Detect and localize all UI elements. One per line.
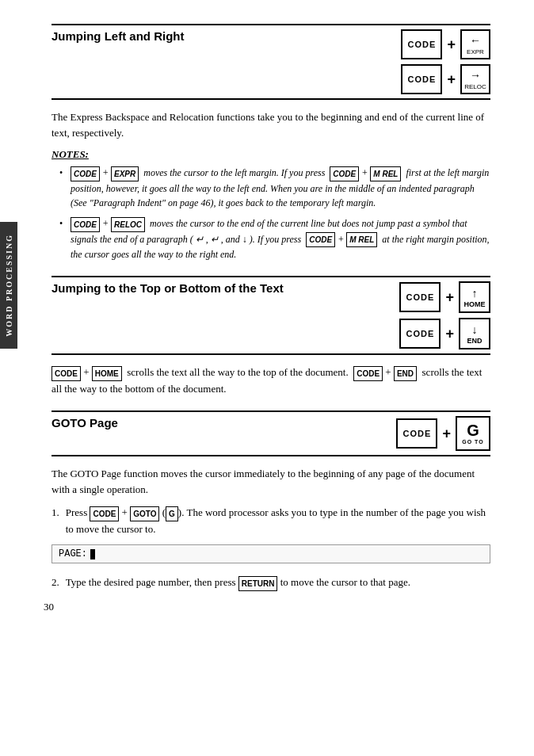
section3-key-diagram: CODE + G GO TO: [396, 416, 490, 451]
page-number: 30: [44, 601, 54, 613]
page-input-demo: PAGE:: [51, 544, 490, 563]
g-inline: G: [166, 506, 178, 521]
section3-header: GOTO Page CODE + G GO TO: [51, 410, 490, 456]
section1-body: The Express Backspace and Relocation fun…: [51, 109, 490, 140]
right-arrow-icon: →: [470, 69, 481, 82]
code-key-3: CODE: [399, 282, 441, 312]
down-arrow-icon: ↓: [472, 323, 478, 336]
code-inline-5: CODE: [51, 366, 81, 381]
goto-steps-2: 2. Type the desired page number, then pr…: [51, 575, 490, 591]
code-key-1: CODE: [401, 29, 442, 59]
home-key: ↑ HOME: [459, 281, 490, 313]
section-jumping-left-right: Jumping Left and Right CODE + ← EXPR COD…: [51, 24, 490, 262]
up-arrow-icon: ↑: [472, 287, 478, 300]
section2-key-row2: CODE + ↓ END: [399, 318, 490, 349]
plus-3: +: [445, 289, 454, 306]
code-inline-6: CODE: [353, 366, 383, 381]
section1-key-diagram: CODE + ← EXPR CODE + → RELOC: [401, 29, 490, 94]
section1-key-row1: CODE + ← EXPR: [401, 29, 490, 59]
section1-header: Jumping Left and Right CODE + ← EXPR COD…: [51, 24, 490, 100]
reloc-inline: RELOC: [111, 217, 145, 232]
plus-1: +: [447, 36, 456, 53]
step2-num: 2.: [51, 575, 59, 591]
section-jumping-top-bottom: Jumping to the Top or Bottom of the Text…: [51, 276, 490, 396]
code-key-5: CODE: [396, 418, 437, 449]
g-key: G GO TO: [456, 416, 490, 451]
note-item-1: CODE + EXPR moves the cursor to the left…: [59, 166, 490, 210]
input-cursor-icon: [90, 549, 95, 559]
code-inline-3: CODE: [71, 217, 100, 232]
code-key-4: CODE: [399, 319, 441, 349]
step1-num: 1.: [51, 505, 59, 536]
mrel-inline-1: M REL: [370, 166, 401, 181]
section3-body: The GOTO Page function moves the cursor …: [51, 466, 490, 497]
section2-header: Jumping to the Top or Bottom of the Text…: [51, 276, 490, 355]
step2-text: Type the desired page number, then press…: [66, 575, 410, 591]
end-label: END: [467, 337, 482, 345]
goto-inline: GOTO: [130, 506, 159, 521]
left-arrow-icon: ←: [470, 34, 481, 47]
section2-key-diagram: CODE + ↑ HOME CODE + ↓ END: [399, 281, 490, 349]
expr-key: ← EXPR: [460, 29, 490, 59]
expr-inline: EXPR: [111, 166, 139, 181]
goto-steps: 1. Press CODE + GOTO (G). The word proce…: [51, 505, 490, 536]
section3-key-row: CODE + G GO TO: [396, 416, 490, 451]
code-inline-7: CODE: [90, 506, 119, 521]
code-inline-2: CODE: [330, 166, 359, 181]
goto-label: GO TO: [462, 439, 483, 445]
return-inline: RETURN: [238, 576, 278, 591]
reloc-key: → RELOC: [460, 64, 490, 94]
section2-key-row1: CODE + ↑ HOME: [399, 281, 490, 313]
code-key-2: CODE: [401, 64, 442, 94]
code-inline-1: CODE: [71, 166, 100, 181]
plus-4: +: [445, 326, 454, 342]
plus-2: +: [447, 71, 456, 88]
home-inline: HOME: [92, 366, 122, 381]
step-1: 1. Press CODE + GOTO (G). The word proce…: [51, 505, 490, 536]
end-key: ↓ END: [459, 318, 490, 349]
plus-5: +: [442, 426, 451, 442]
step1-text: Press CODE + GOTO (G). The word processo…: [66, 505, 490, 536]
section1-title: Jumping Left and Right: [51, 29, 184, 43]
input-label: PAGE:: [59, 548, 87, 559]
note-item-2: CODE + RELOC moves the cursor to the end…: [59, 216, 490, 262]
mrel-inline-2: M REL: [346, 232, 377, 247]
section3-title: GOTO Page: [51, 416, 118, 430]
section2-body: CODE + HOME scrolls the text all the way…: [51, 365, 490, 396]
end-inline: END: [394, 366, 417, 381]
g-letter: G: [467, 422, 479, 438]
section-goto-page: GOTO Page CODE + G GO TO The GOTO Page f…: [51, 410, 490, 591]
section1-key-row2: CODE + → RELOC: [401, 64, 490, 94]
section2-title: Jumping to the Top or Bottom of the Text: [51, 281, 284, 295]
step-2: 2. Type the desired page number, then pr…: [51, 575, 490, 591]
code-inline-4: CODE: [306, 232, 335, 247]
notes-list: CODE + EXPR moves the cursor to the left…: [51, 166, 490, 262]
home-label: HOME: [464, 300, 486, 308]
notes-label: NOTES:: [51, 148, 490, 161]
